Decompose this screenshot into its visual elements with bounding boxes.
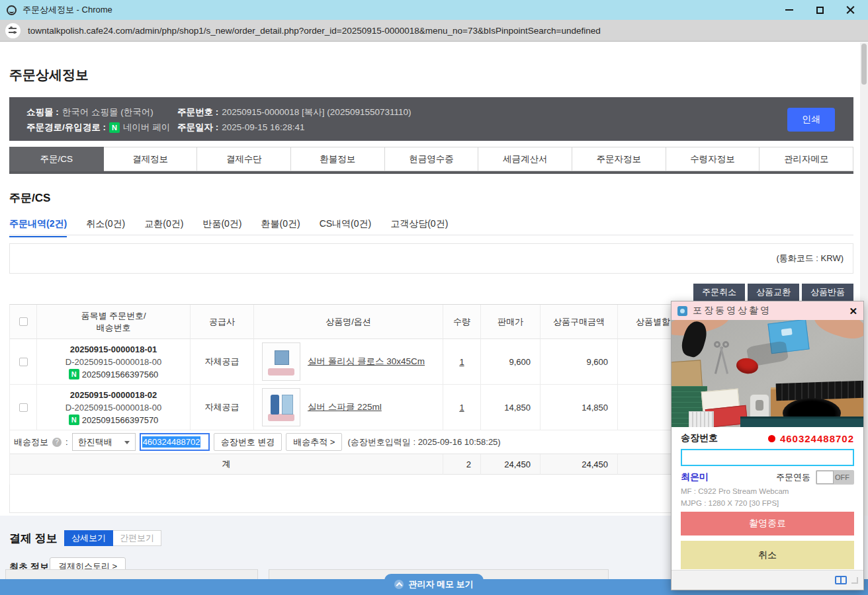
tab-refund-info[interactable]: 환불정보 xyxy=(291,147,385,171)
panel-invoice-label: 송장번호 xyxy=(681,432,718,444)
naver-badge: N xyxy=(69,369,79,379)
order-date-label: 주문일자 : xyxy=(177,122,218,134)
resize-handle[interactable] xyxy=(851,577,858,584)
product-name-link[interactable]: 실버 폴리싱 클로스 30x45Cm xyxy=(308,356,425,368)
change-invoice-button[interactable]: 송장번호 변경 xyxy=(214,433,282,451)
close-button[interactable] xyxy=(835,0,865,20)
tab-cash-receipt[interactable]: 현금영수증 xyxy=(385,147,479,171)
minimize-icon xyxy=(785,9,793,11)
qty-link[interactable]: 1 xyxy=(459,357,464,367)
order-detail-tabs: 주문/CS 결제정보 결제수단 환불정보 현금영수증 세금계산서 주문자정보 수… xyxy=(9,147,853,171)
packaging-video-panel: 포장동영상촬영 ✕ 송장번호 xyxy=(671,301,864,590)
order-path-label: 주문경로/유입경로 : xyxy=(26,122,106,134)
window-titlebar: 주문상세정보 - Chrome xyxy=(0,0,868,20)
delivery-no: D-20250915-0000018-00 xyxy=(65,356,161,368)
price-cell: 14,850 xyxy=(481,385,541,430)
tab-order-cs[interactable]: 주문/CS xyxy=(9,147,104,171)
chrome-app-window: 주문상세정보 - Chrome towntalkpolish.cafe24.co… xyxy=(0,0,868,595)
tab-orderer-info[interactable]: 주문자정보 xyxy=(572,147,666,171)
panel-invoice-input[interactable] xyxy=(681,449,854,466)
supplier-cell: 자체공급 xyxy=(191,385,254,430)
tab-admin-memo[interactable]: 관리자메모 xyxy=(760,147,853,171)
naver-badge: N xyxy=(69,415,79,425)
header-supplier: 공급사 xyxy=(191,305,254,339)
order-link-label: 주문연동 xyxy=(776,471,810,483)
order-date-value: 2025-09-15 16:28:41 xyxy=(222,122,304,132)
manual-book-icon[interactable] xyxy=(835,576,847,584)
cancel-button[interactable]: 취소 xyxy=(681,541,854,569)
total-qty-cell: 2 xyxy=(443,454,481,475)
total-amount-cell: 24,450 xyxy=(541,454,618,475)
track-shipping-button[interactable]: 배송추적 > xyxy=(286,433,342,451)
header-checkbox-cell xyxy=(10,305,37,339)
product-return-button[interactable]: 상품반품 xyxy=(802,284,853,301)
minimize-button[interactable] xyxy=(774,0,804,20)
row-checkbox[interactable] xyxy=(19,358,28,366)
select-all-checkbox[interactable] xyxy=(19,317,28,326)
product-cell: 실버 스파클 225ml xyxy=(254,385,443,430)
panel-footer xyxy=(672,570,863,590)
header-qty: 수량 xyxy=(443,305,481,339)
order-no-label: 주문번호 : xyxy=(177,106,218,118)
section-title: 주문/CS xyxy=(9,190,50,206)
product-thumbnail[interactable] xyxy=(262,388,300,426)
product-cell: 실버 폴리싱 클로스 30x45Cm xyxy=(254,339,443,385)
user-name-link[interactable]: 최은미 xyxy=(681,471,709,483)
product-name-link[interactable]: 실버 스파클 225ml xyxy=(308,401,382,413)
shop-label: 쇼핑몰 : xyxy=(26,106,59,118)
total-price-cell: 24,450 xyxy=(481,454,541,475)
recording-dot-icon xyxy=(768,435,775,442)
tab-receiver-info[interactable]: 수령자정보 xyxy=(666,147,760,171)
panel-invoice-number: 460324488702 xyxy=(780,433,854,444)
item-order-no: 20250915-0000018-01 xyxy=(70,343,157,356)
video-right-hand xyxy=(811,320,863,343)
panel-close-icon[interactable]: ✕ xyxy=(849,306,857,316)
simple-view-button[interactable]: 간편보기 xyxy=(113,530,161,546)
carrier-select[interactable]: 한진택배 xyxy=(72,433,136,451)
maximize-button[interactable] xyxy=(804,0,835,20)
print-button[interactable]: 인쇄 xyxy=(787,108,835,132)
order-path-value: 네이버 페이 xyxy=(123,122,170,134)
header-price: 판매가 xyxy=(481,305,541,339)
site-info-icon[interactable] xyxy=(5,23,21,38)
url-text: towntalkpolish.cafe24.com/admin/php/shop… xyxy=(28,26,601,36)
carrier-selected-value: 한진택배 xyxy=(78,436,112,448)
order-no-value: 20250915-0000018 [복사] (2025091550731110) xyxy=(222,106,411,118)
row-checkbox[interactable] xyxy=(19,403,28,412)
tab-tax-invoice[interactable]: 세금계산서 xyxy=(478,147,572,171)
qty-link[interactable]: 1 xyxy=(459,403,464,413)
invoice-selected-text: 460324488702 xyxy=(142,436,201,448)
help-icon[interactable]: ? xyxy=(52,438,62,447)
shipping-colon: : xyxy=(65,437,68,447)
tab-payment-method[interactable]: 결제수단 xyxy=(197,147,291,171)
amount-cell: 14,850 xyxy=(541,385,618,430)
supplier-cell: 자체공급 xyxy=(191,339,254,385)
detail-view-button[interactable]: 상세보기 xyxy=(64,530,113,546)
payment-section-title: 결제 정보 xyxy=(9,531,58,546)
page-title: 주문상세정보 xyxy=(9,66,89,84)
invoice-number-input[interactable]: 460324488702 xyxy=(140,433,210,451)
tabs-underline-bar xyxy=(9,171,853,174)
order-cancel-button[interactable]: 주문취소 xyxy=(693,284,745,301)
order-link-toggle[interactable]: OFF xyxy=(816,470,854,485)
shop-value: 한국어 쇼핑몰 (한국어) xyxy=(62,106,153,118)
video-keyboard xyxy=(776,381,863,401)
order-summary-header: 쇼핑몰 : 한국어 쇼핑몰 (한국어) 주문번호 : 20250915-0000… xyxy=(9,97,853,141)
scrollbar-thumb[interactable] xyxy=(861,44,867,85)
admin-memo-toggle[interactable]: 관리자 메모 보기 xyxy=(384,574,484,595)
subtab-divider xyxy=(9,235,853,235)
device-info-line2: MJPG : 1280 X 720 [30 FPS] xyxy=(681,499,854,508)
toggle-state: OFF xyxy=(835,473,849,481)
product-thumbnail[interactable] xyxy=(262,342,300,381)
payment-view-toggle: 상세보기 간편보기 xyxy=(64,530,161,546)
naver-pay-badge: N xyxy=(109,122,120,133)
header-item-order-no: 품목별 주문번호/ 배송번호 xyxy=(37,305,191,339)
product-exchange-button[interactable]: 상품교환 xyxy=(748,284,799,301)
stop-recording-button[interactable]: 촬영종료 xyxy=(681,512,854,536)
tracking-no: 2025091566397570 xyxy=(82,414,159,426)
panel-header[interactable]: 포장동영상촬영 ✕ xyxy=(672,301,863,320)
amount-cell: 9,600 xyxy=(541,339,618,385)
invoice-entered-note: (송장번호입력일 : 2025-09-16 10:58:25) xyxy=(347,436,500,448)
tab-payment-info[interactable]: 결제정보 xyxy=(104,147,198,171)
item-order-no: 20250915-0000018-02 xyxy=(70,389,157,401)
